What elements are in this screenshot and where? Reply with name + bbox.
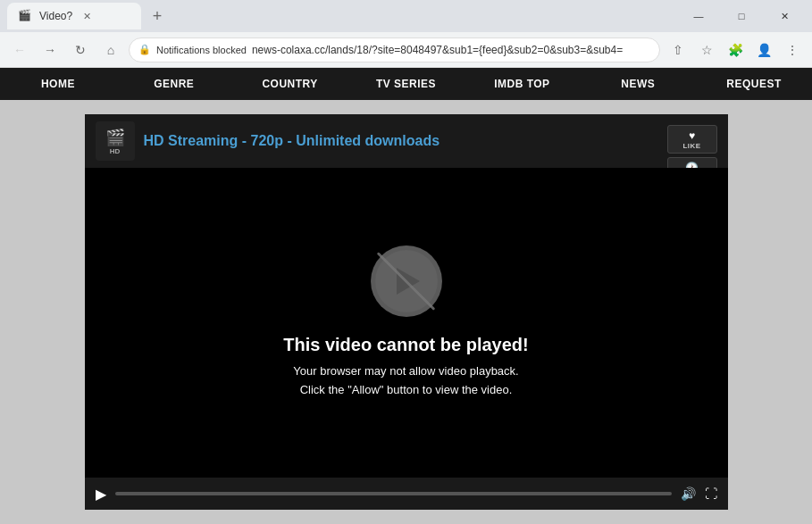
- nav-home[interactable]: HOME: [0, 68, 116, 100]
- main-content: 🎬 HD HD Streaming - 720p - Unlimited dow…: [0, 100, 812, 524]
- like-label: LIKE: [682, 142, 700, 150]
- nav-bar: ← → ↻ ⌂ 🔒 Notifications blocked news-col…: [0, 32, 812, 68]
- hd-text: HD: [110, 147, 121, 155]
- play-circle: [371, 245, 442, 317]
- menu-button[interactable]: ⋮: [780, 37, 805, 62]
- active-tab[interactable]: 🎬 Video? ✕: [7, 3, 141, 29]
- nav-actions: ⇧ ☆ 🧩 👤 ⋮: [666, 37, 805, 62]
- play-slash: [375, 250, 438, 312]
- account-button[interactable]: 👤: [751, 37, 776, 62]
- share-button[interactable]: ⇧: [666, 37, 691, 62]
- nav-news[interactable]: NEWS: [580, 68, 696, 100]
- minimize-button[interactable]: —: [678, 2, 719, 30]
- volume-button[interactable]: 🔊: [681, 487, 696, 501]
- fullscreen-button[interactable]: ⛶: [705, 487, 717, 501]
- close-button[interactable]: ✕: [764, 2, 805, 30]
- tab-close-button[interactable]: ✕: [80, 9, 94, 23]
- new-tab-button[interactable]: +: [145, 4, 170, 29]
- film-icon: 🎬: [105, 128, 125, 147]
- nav-tv-series[interactable]: TV SERIES: [348, 68, 465, 100]
- nav-country[interactable]: COUNTRY: [232, 68, 348, 100]
- address-bar[interactable]: 🔒 Notifications blocked news-colaxa.cc/l…: [129, 37, 660, 62]
- heart-icon: ♥: [689, 129, 695, 142]
- tab-title: Video?: [39, 10, 72, 22]
- home-button[interactable]: ⌂: [98, 37, 123, 62]
- bookmark-button[interactable]: ☆: [694, 37, 719, 62]
- video-area[interactable]: This video cannot be played! Your browse…: [85, 168, 728, 478]
- hd-badge: 🎬 HD: [96, 121, 135, 161]
- lock-icon: 🔒: [138, 44, 151, 55]
- video-error-line2: Click the "Allow" button to view the vid…: [300, 381, 513, 400]
- nav-genre[interactable]: GENRE: [116, 68, 232, 100]
- nav-request[interactable]: REQUEST: [696, 68, 812, 100]
- window-controls: — □ ✕: [678, 2, 805, 30]
- video-header: 🎬 HD HD Streaming - 720p - Unlimited dow…: [85, 114, 728, 168]
- video-error-title: This video cannot be played!: [283, 335, 529, 355]
- play-pause-button[interactable]: ▶: [96, 486, 106, 503]
- chrome-window: 🎬 Video? ✕ + — □ ✕ ← → ↻ ⌂ 🔒 Notificatio…: [0, 0, 812, 524]
- slash-line: [377, 252, 436, 311]
- notifications-blocked-label: Notifications blocked: [156, 45, 247, 55]
- refresh-button[interactable]: ↻: [68, 37, 93, 62]
- forward-button[interactable]: →: [38, 37, 63, 62]
- tab-favicon: 🎬: [18, 9, 32, 23]
- progress-bar[interactable]: [115, 492, 672, 495]
- video-title: HD Streaming - 720p - Unlimited download…: [144, 133, 440, 149]
- back-button[interactable]: ←: [7, 37, 32, 62]
- site-nav: HOME GENRE COUNTRY TV SERIES IMDB TOP NE…: [0, 68, 812, 100]
- extensions-button[interactable]: 🧩: [723, 37, 748, 62]
- like-button[interactable]: ♥ LIKE: [667, 125, 717, 154]
- maximize-button[interactable]: □: [721, 2, 762, 30]
- video-controls: ▶ 🔊 ⛶: [85, 478, 728, 510]
- tab-bar: 🎬 Video? ✕ +: [7, 3, 170, 29]
- title-bar: 🎬 Video? ✕ + — □ ✕: [0, 0, 812, 32]
- video-container: 🎬 HD HD Streaming - 720p - Unlimited dow…: [85, 114, 728, 510]
- url-text: news-colaxa.cc/lands/18/?site=8048497&su…: [252, 44, 650, 56]
- nav-imdb-top[interactable]: IMDB TOP: [464, 68, 580, 100]
- video-error-line1: Your browser may not allow video playbac…: [293, 362, 518, 381]
